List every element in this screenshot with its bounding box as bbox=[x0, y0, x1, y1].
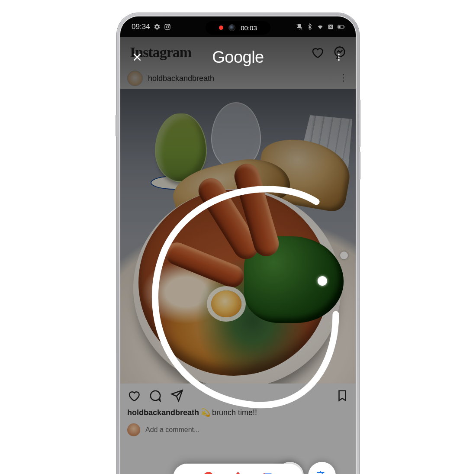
gesture-cursor-dot bbox=[318, 276, 327, 286]
caption-text: brunch time!! bbox=[212, 408, 257, 417]
photo-egg bbox=[211, 290, 241, 317]
phone-bezel: 00:03 09:34 Instagram bbox=[119, 16, 357, 474]
bookmark-icon[interactable] bbox=[336, 389, 349, 402]
caption-username[interactable]: holdbackandbreath bbox=[127, 408, 199, 417]
front-camera-icon bbox=[228, 24, 235, 31]
overlay-more-icon[interactable] bbox=[331, 50, 346, 64]
google-g-icon bbox=[203, 471, 215, 474]
lens-icon[interactable] bbox=[261, 471, 273, 474]
post-photo[interactable] bbox=[120, 89, 356, 384]
phone-frame: 00:03 09:34 Instagram bbox=[117, 13, 359, 474]
status-left: 09:34 bbox=[132, 23, 171, 31]
svg-point-11 bbox=[338, 56, 340, 58]
svg-point-10 bbox=[338, 54, 340, 55]
comment-placeholder[interactable]: Add a comment... bbox=[145, 426, 199, 434]
instagram-status-icon bbox=[164, 23, 171, 30]
share-icon[interactable] bbox=[170, 389, 183, 402]
caption-emoji: 💫 bbox=[201, 408, 210, 417]
svg-point-1 bbox=[166, 26, 168, 28]
wifi-icon bbox=[317, 23, 324, 30]
dynamic-island[interactable]: 00:03 bbox=[206, 21, 270, 35]
comment-icon[interactable] bbox=[149, 389, 162, 402]
add-comment-row[interactable]: Add a comment... bbox=[120, 417, 356, 436]
svg-rect-7 bbox=[344, 26, 344, 28]
no-sim-icon bbox=[327, 23, 334, 30]
clock: 09:34 bbox=[132, 23, 150, 31]
volume-button bbox=[116, 115, 117, 136]
settings-gear-icon bbox=[154, 23, 161, 30]
post-more-icon[interactable]: ⋯ bbox=[338, 73, 349, 84]
close-icon[interactable] bbox=[130, 50, 145, 64]
recording-indicator-icon bbox=[219, 26, 223, 30]
battery-icon bbox=[338, 23, 344, 30]
search-overlay-header: Google bbox=[120, 40, 356, 74]
volume-rocker bbox=[359, 100, 360, 147]
search-bar-pill[interactable] bbox=[173, 464, 303, 474]
google-logo: Google bbox=[212, 48, 264, 67]
svg-point-9 bbox=[151, 391, 161, 401]
mic-icon[interactable] bbox=[232, 471, 244, 474]
post-action-bar bbox=[120, 384, 356, 408]
recording-timer: 00:03 bbox=[241, 24, 257, 32]
svg-point-2 bbox=[169, 25, 169, 26]
post-caption: holdbackandbreath 💫 brunch time!! bbox=[120, 408, 356, 417]
svg-point-12 bbox=[338, 59, 340, 61]
screen: 00:03 09:34 Instagram bbox=[120, 16, 356, 474]
author-username[interactable]: holdbackandbreath bbox=[148, 74, 333, 83]
mute-icon bbox=[296, 23, 303, 30]
power-button bbox=[359, 152, 360, 180]
svg-rect-6 bbox=[338, 26, 341, 28]
like-icon[interactable] bbox=[127, 389, 140, 402]
bluetooth-icon bbox=[306, 23, 313, 30]
status-right bbox=[296, 23, 344, 30]
carousel-page-dot[interactable] bbox=[340, 252, 348, 259]
background-app-instagram: Instagram holdbackandbreath ⋯ bbox=[120, 37, 356, 474]
self-avatar bbox=[127, 423, 140, 436]
